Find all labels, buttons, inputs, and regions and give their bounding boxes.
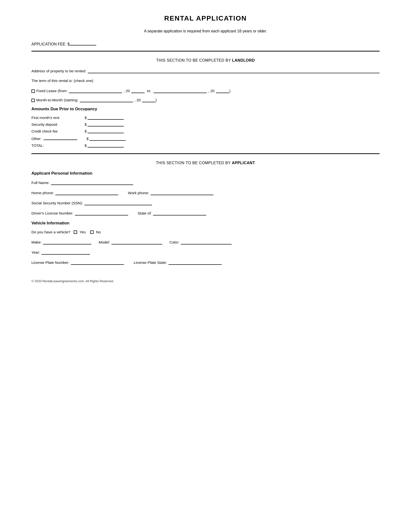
vehicle-yes-checkbox[interactable]: [74, 230, 77, 234]
fixed-lease-year2-field[interactable]: [216, 88, 229, 93]
fixed-lease-label: Fixed Lease (from:: [36, 89, 67, 93]
color-label: Color:: [169, 240, 179, 245]
fixed-lease-to-field[interactable]: [154, 88, 207, 93]
amounts-section: Amounts Due Prior to Occupancy First mon…: [31, 107, 380, 148]
amount-label-0: First month's rent: [31, 116, 85, 120]
app-fee-label: APPLICATION FEE: $: [31, 42, 70, 46]
model-field[interactable]: [112, 240, 162, 245]
month-to-month-row: Month-to-Month (starting: , 20 ): [31, 97, 380, 102]
personal-info-title: Applicant Personal Information: [31, 171, 380, 176]
make-label: Make:: [31, 240, 42, 245]
amounts-title: Amounts Due Prior to Occupancy: [31, 107, 380, 112]
full-name-row: Full Name:: [31, 180, 380, 185]
app-fee-field[interactable]: [70, 41, 96, 46]
amount-row-3: Other: $: [31, 135, 380, 141]
dl-row: Driver's License Number: State of:: [31, 211, 380, 216]
vehicle-no-label: No: [96, 230, 101, 234]
vehicle-make-model-color-row: Make: Model: Color:: [31, 240, 380, 245]
year-label: Year:: [31, 250, 40, 255]
state-label: State of:: [138, 211, 152, 216]
vehicle-title: Vehicle Information: [31, 221, 380, 226]
amount-label-1: Security deposit: [31, 122, 85, 126]
full-name-field[interactable]: [51, 180, 133, 185]
address-label: Address of property to be rented:: [31, 69, 86, 73]
home-phone-label: Home phone:: [31, 191, 54, 195]
other-label-prefix: Other:: [31, 137, 42, 141]
app-fee-line: APPLICATION FEE: $: [31, 41, 380, 47]
month-close: ): [155, 98, 157, 102]
vehicle-yes-label: Yes: [80, 230, 86, 234]
make-field[interactable]: [43, 240, 91, 245]
address-row: Address of property to be rented:: [31, 68, 380, 73]
phone-row: Home phone: Work phone:: [31, 190, 380, 195]
plate-row: License Plate Number: License Plate Stat…: [31, 260, 380, 265]
divider-top: [31, 51, 380, 51]
amount-label-4: TOTAL:: [31, 143, 85, 148]
fixed-lease-checkbox[interactable]: [31, 89, 35, 93]
vehicle-question: Do you have a vehicle?: [31, 230, 70, 234]
work-phone-label: Work phone:: [128, 191, 149, 195]
month-label: Month-to-Month (starting:: [36, 98, 78, 102]
fixed-lease-to: to:: [147, 89, 151, 93]
home-phone-field[interactable]: [55, 190, 118, 195]
divider-middle: [31, 153, 380, 154]
amount-field-0[interactable]: [87, 115, 124, 120]
ssn-row: Social Security Number (SSN):: [31, 200, 380, 205]
amount-field-2[interactable]: [87, 128, 124, 133]
landlord-section-header: THIS SECTION TO BE COMPLETED BY LANDLORD: [31, 58, 380, 63]
address-field[interactable]: [88, 68, 380, 73]
vehicle-no-checkbox[interactable]: [90, 230, 93, 234]
fixed-lease-row: Fixed Lease (from: , 20 to: , 20 ): [31, 88, 380, 93]
model-label: Model:: [99, 240, 110, 245]
dl-field[interactable]: [75, 211, 128, 216]
plate-number-field[interactable]: [71, 260, 124, 265]
amount-row-2: Credit check fee $: [31, 128, 380, 133]
month-checkbox[interactable]: [31, 99, 35, 102]
subtitle: A separate application is required from …: [31, 29, 380, 33]
vehicle-question-row: Do you have a vehicle? Yes No: [31, 230, 380, 234]
amount-label-2: Credit check fee: [31, 129, 85, 133]
applicant-section-header: THIS SECTION TO BE COMPLETED BY APPLICAN…: [31, 161, 380, 165]
ssn-label: Social Security Number (SSN):: [31, 201, 83, 205]
plate-state-field[interactable]: [168, 260, 222, 265]
plate-state-label: License Plate State:: [134, 260, 167, 265]
fixed-lease-from-field[interactable]: [69, 88, 122, 93]
year-field[interactable]: [42, 250, 90, 255]
dl-label: Driver's License Number:: [31, 211, 74, 216]
month-year-field[interactable]: [142, 97, 155, 102]
fixed-lease-year1-field[interactable]: [131, 88, 145, 93]
other-label-field[interactable]: [44, 135, 77, 140]
amount-field-3[interactable]: [89, 136, 126, 141]
plate-number-label: License Plate Number:: [31, 260, 69, 265]
amount-row-4: TOTAL: $: [31, 143, 380, 148]
amount-field-4[interactable]: [87, 143, 124, 148]
work-phone-field[interactable]: [151, 190, 214, 195]
page-title: RENTAL APPLICATION: [31, 15, 380, 22]
full-name-label: Full Name:: [31, 181, 50, 185]
fixed-lease-close: ): [229, 89, 230, 93]
ssn-field[interactable]: [84, 200, 152, 205]
year-row: Year:: [31, 250, 380, 255]
amount-field-1[interactable]: [87, 122, 124, 126]
amount-row-1: Security deposit $: [31, 122, 380, 126]
term-row: The term of this rental is: (check one): [31, 79, 380, 83]
amount-row-0: First month's rent $: [31, 115, 380, 120]
footer: © 2020 RentalLeaseAgreements.com. All Ri…: [31, 279, 380, 283]
color-field[interactable]: [181, 240, 232, 245]
month-starting-field[interactable]: [80, 97, 133, 102]
term-label: The term of this rental is: (check one): [31, 79, 93, 83]
state-field[interactable]: [153, 211, 206, 216]
